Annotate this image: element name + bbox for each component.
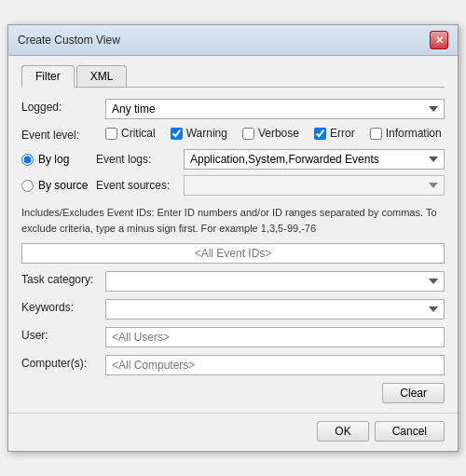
tab-filter[interactable]: Filter: [21, 65, 75, 88]
warning-label: Warning: [186, 127, 227, 140]
event-sources-select[interactable]: [184, 175, 445, 196]
checkbox-critical[interactable]: Critical: [105, 127, 156, 140]
by-log-radio[interactable]: [21, 154, 34, 166]
clear-button[interactable]: Clear: [382, 383, 445, 403]
close-button[interactable]: ✕: [430, 31, 448, 49]
event-level-area: Critical Warning Verbose Error: [105, 127, 445, 140]
information-label: Information: [386, 127, 442, 140]
user-label: User:: [21, 327, 105, 342]
by-source-radio[interactable]: [21, 180, 34, 192]
event-level-checkboxes: Critical Warning Verbose Error: [105, 127, 445, 140]
computer-label: Computer(s):: [21, 355, 105, 370]
event-sources-label: Event sources:: [96, 179, 178, 192]
dialog-buttons: OK Cancel: [8, 413, 458, 451]
task-category-select-area: [105, 271, 445, 292]
user-input[interactable]: [105, 327, 445, 347]
dialog-title: Create Custom View: [18, 34, 120, 47]
verbose-label: Verbose: [258, 127, 299, 140]
error-label: Error: [330, 127, 355, 140]
logged-select-area: Any time: [105, 99, 445, 119]
event-logs-label: Event logs:: [96, 153, 178, 166]
by-log-row: By log Event logs: Application,System,Fo…: [21, 149, 445, 170]
logged-select[interactable]: Any time: [105, 99, 445, 119]
user-input-area: [105, 327, 445, 347]
checkbox-information[interactable]: Information: [370, 127, 442, 140]
title-bar: Create Custom View ✕: [8, 25, 458, 56]
by-log-radio-container: By log: [21, 149, 96, 170]
task-category-label: Task category:: [21, 271, 105, 286]
checkbox-error[interactable]: Error: [314, 127, 355, 140]
error-checkbox[interactable]: [314, 128, 326, 140]
user-row: User:: [21, 327, 445, 347]
event-logs-select[interactable]: Application,System,Forwarded Events: [184, 149, 445, 170]
computer-input-area: [105, 355, 445, 375]
event-sources-container: Event sources:: [96, 175, 445, 196]
tab-xml[interactable]: XML: [76, 65, 128, 87]
event-ids-input[interactable]: [21, 243, 445, 264]
by-source-label: By source: [38, 179, 88, 192]
event-ids-row: [21, 243, 445, 264]
dialog-body: Filter XML Logged: Any time Event level:…: [8, 56, 458, 413]
critical-checkbox[interactable]: [105, 128, 117, 140]
create-custom-view-dialog: Create Custom View ✕ Filter XML Logged: …: [7, 24, 459, 452]
event-level-row: Event level: Critical Warning Verbose: [21, 127, 445, 142]
event-ids-description: Includes/Excludes Event IDs: Enter ID nu…: [21, 203, 445, 238]
event-logs-container: Event logs: Application,System,Forwarded…: [96, 149, 445, 170]
critical-label: Critical: [121, 127, 156, 140]
checkbox-warning[interactable]: Warning: [171, 127, 227, 140]
event-sources-select-area: [184, 175, 445, 196]
logged-label: Logged:: [21, 99, 105, 114]
keywords-select[interactable]: [105, 299, 445, 320]
verbose-checkbox[interactable]: [242, 128, 254, 140]
by-source-radio-container: By source: [21, 175, 96, 196]
warning-checkbox[interactable]: [171, 128, 183, 140]
event-logs-select-area: Application,System,Forwarded Events: [184, 149, 445, 170]
keywords-label: Keywords:: [21, 299, 105, 314]
keywords-row: Keywords:: [21, 299, 445, 320]
by-log-label: By log: [38, 153, 69, 166]
event-level-label: Event level:: [21, 127, 105, 142]
checkbox-verbose[interactable]: Verbose: [242, 127, 299, 140]
by-source-row: By source Event sources:: [21, 175, 445, 196]
task-category-row: Task category:: [21, 271, 445, 292]
information-checkbox[interactable]: [370, 128, 382, 140]
keywords-select-area: [105, 299, 445, 320]
clear-row: Clear: [21, 383, 445, 403]
computer-input[interactable]: [105, 355, 445, 375]
ok-button[interactable]: OK: [317, 421, 368, 442]
computer-row: Computer(s):: [21, 355, 445, 375]
task-category-select[interactable]: [105, 271, 445, 292]
cancel-button[interactable]: Cancel: [375, 421, 445, 442]
logged-row: Logged: Any time: [21, 99, 445, 119]
tab-bar: Filter XML: [21, 65, 445, 88]
